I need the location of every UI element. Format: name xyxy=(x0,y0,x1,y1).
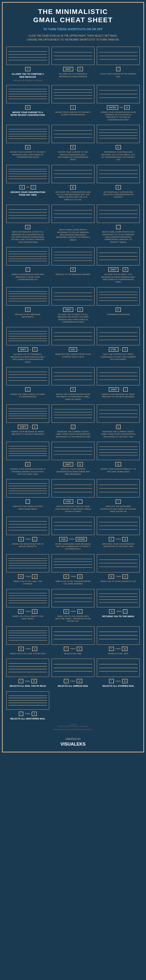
key-combo: GTHENL xyxy=(63,609,83,614)
shortcut-cell: *THENRSELECTS ALL MAIL YOU'VE READ xyxy=(6,659,49,688)
shortcut-description: REFRESHES YOUR PAGE AND RETURNS YOU TO T… xyxy=(100,151,137,161)
key-combo: EORY xyxy=(19,185,36,189)
shortcut-description: MOVES THE CONVERSATION FROM THE INBOX TO… xyxy=(55,393,91,401)
shortcut-cell: SHIFT+CALLOWS YOU TO COMPOSE A MESSAGE I… xyxy=(52,47,94,81)
key-combo: ? xyxy=(116,500,121,504)
created-by-label: CREATED BY xyxy=(6,738,140,740)
key-combo: M xyxy=(70,185,76,189)
keyboard-key: A xyxy=(77,647,82,651)
keyboard-key: S xyxy=(25,225,30,229)
keyboard-key: Y xyxy=(109,537,114,541)
keyboard-key: G xyxy=(63,574,69,579)
shortcut-diagram xyxy=(6,205,49,223)
key-combo: S xyxy=(25,225,30,229)
keyboard-key: V xyxy=(70,387,76,392)
shortcut-description: HOLD THE CONTROL KEY WHILE COMPOSING TO … xyxy=(100,353,137,361)
shortcut-description: MOVES YOUR CURSOR TO THE NEXT OLDEST CON… xyxy=(55,111,91,116)
shortcuts-grid: CALLOWS YOU TO COMPOSE A NEW MESSAGEAPPL… xyxy=(6,47,140,720)
key-combo: V xyxy=(70,387,76,392)
shortcut-description: UPDATES YOUR CURRENT CONVERSATION WHEN T… xyxy=(55,468,91,476)
shortcut-cell: NMOVES YOUR CURSOR TO THE NEXT MESSAGE (… xyxy=(6,125,49,161)
shortcut-description: REMOVES THE CURSOR FROM YOUR CURRENT INP… xyxy=(55,353,91,358)
keyboard-key: S xyxy=(122,679,127,683)
shortcut-description: DISPLAYS THE 'MORE ACTIONS' DROP-DOWN ME… xyxy=(9,505,46,511)
key-combo: CTRL+S xyxy=(109,347,128,352)
keyboard-key: * xyxy=(109,647,114,651)
shortcut-cell: KTHENJOPENS THE GROUPS BUTTON TO GROUP C… xyxy=(6,517,49,550)
shortcut-diagram xyxy=(97,404,140,423)
keyboard-key: P xyxy=(70,145,76,150)
keyboard-key: I xyxy=(123,609,127,614)
shortcut-cell: -HELPS GMAIL LEARN WHAT'S NOT IMPORTANT … xyxy=(97,205,140,243)
keyboard-key: - xyxy=(116,225,121,229)
shortcut-cell: CALLOWS YOU TO COMPOSE A NEW MESSAGEAPPL… xyxy=(6,47,49,81)
shortcut-diagram xyxy=(6,367,49,385)
shortcut-diagram xyxy=(97,327,140,345)
instructions-line1: CLICK THE GEAR ICON (⚙) IN THE UPPER RIG… xyxy=(6,34,140,38)
keyboard-key: CTRL xyxy=(109,347,118,352)
shortcut-description: SELECTS ALL STARRED MAIL xyxy=(102,685,134,688)
shortcut-cell: ENTEROROOPENS YOUR CONVERSATION. ALSO EX… xyxy=(97,85,140,121)
shortcut-cell: *THENSSELECTS ALL STARRED MAIL xyxy=(97,659,140,688)
shortcut-description: OPENS THE GROUPS BUTTON TO GROUP CONTACT… xyxy=(9,543,46,548)
key-separator: + xyxy=(119,348,122,351)
shortcut-diagram xyxy=(97,205,140,223)
shortcut-cell: SHIFT+UMARKS YOUR MESSAGE AS 'READ' AND … xyxy=(6,404,49,438)
shortcut-cell: GTHENCTAKES YOU TO YOUR CONTACTS LIST xyxy=(97,554,140,585)
shortcut-diagram xyxy=(6,589,49,607)
shortcut-cell: /PUTS YOUR CURSOR IN THE SEARCH BOX xyxy=(97,47,140,81)
shortcut-cell: VMOVES THE CONVERSATION FROM THE INBOX T… xyxy=(52,367,94,401)
cheatsheet-frame: THE MINIMALISTIC GMAIL CHEAT SHEET TO TU… xyxy=(2,2,144,752)
keyboard-key: C xyxy=(77,67,83,71)
shortcut-diagram xyxy=(6,327,49,345)
shortcut-cell: SHIFT+NUPDATES YOUR CURRENT CONVERSATION… xyxy=(52,442,94,476)
keyboard-key: R xyxy=(31,679,37,683)
shortcut-diagram xyxy=(52,85,94,103)
shortcut-cell: GTHENTTAKES YOU TO ALL MAIL YOU'VE SENT xyxy=(6,627,49,655)
key-separator: THEN xyxy=(70,680,76,682)
keyboard-key: J xyxy=(70,105,75,110)
key-separator: OR xyxy=(119,106,123,108)
shortcut-diagram xyxy=(52,517,94,535)
shortcut-diagram xyxy=(97,554,140,573)
key-separator: THEN xyxy=(25,538,31,540)
source-label: SOURCE xyxy=(6,724,140,725)
shortcut-diagram xyxy=(6,404,49,423)
key-separator: + xyxy=(72,225,74,227)
shortcut-description: TAKES YOU TO THE SEARCH BOX WITH THE 'LA… xyxy=(55,615,91,623)
key-combo: . xyxy=(25,500,30,504)
shortcut-diagram xyxy=(52,125,94,143)
keyboard-key: O xyxy=(122,537,128,541)
shortcut-description: REMOVES THE CURRENT VIEW'S LABEL FROM YO… xyxy=(100,431,137,438)
keyboard-key: . xyxy=(25,500,30,504)
key-separator: OR xyxy=(26,186,30,188)
shortcut-note: APPLIES FOR CONTACT LIST ALSO xyxy=(13,80,42,81)
shortcut-diagram xyxy=(52,659,94,677)
keyboard-key: L xyxy=(77,609,83,614)
shortcut-diagram xyxy=(97,627,140,645)
shortcut-diagram xyxy=(6,517,49,535)
shortcut-description: MARKS YOUR MESSAGE AS 'READ' AND SKIP TO… xyxy=(100,393,137,398)
keyboard-key: C xyxy=(122,574,128,579)
keyboard-key: ! xyxy=(25,267,30,272)
key-combo: TABTHENENTER xyxy=(59,537,87,541)
subtitle: TO TURN THESE SHORTCUTS ON OR OFF xyxy=(6,28,140,31)
key-combo: ! xyxy=(25,267,30,272)
keyboard-key: SHIFT xyxy=(108,267,118,272)
shortcut-cell: ZUNDOES YOUR PREVIOUS ACTION, IF POSSIBL… xyxy=(6,442,49,476)
shortcut-description: SELECTS ALL MAIL xyxy=(64,652,82,655)
shortcut-cell: PMOVES YOUR CURSOR TO THE PREVIOUS MESSA… xyxy=(52,125,94,161)
key-combo: ESC xyxy=(69,347,77,352)
keyboard-key: T xyxy=(32,647,38,651)
key-combo: N xyxy=(25,145,31,150)
shortcut-cell: CTRL+↓MOVES FROM EDIT FIELD IN YOUR CHAT… xyxy=(52,479,94,513)
key-separator: THEN xyxy=(25,575,31,578)
shortcut-description: UNDOES YOUR PREVIOUS ACTION, IF POSSIBLE… xyxy=(9,468,46,476)
key-separator: THEN xyxy=(24,713,31,715)
shortcut-diagram xyxy=(6,627,49,645)
shortcut-description: SELECTS ALL UNREAD MAIL xyxy=(58,685,89,688)
shortcut-cell: GTHENLTAKES YOU TO THE SEARCH BOX WITH T… xyxy=(52,589,94,623)
key-combo: KTHENJ xyxy=(18,537,37,541)
keyboard-key: J xyxy=(32,537,37,541)
shortcut-diagram xyxy=(97,479,140,498)
